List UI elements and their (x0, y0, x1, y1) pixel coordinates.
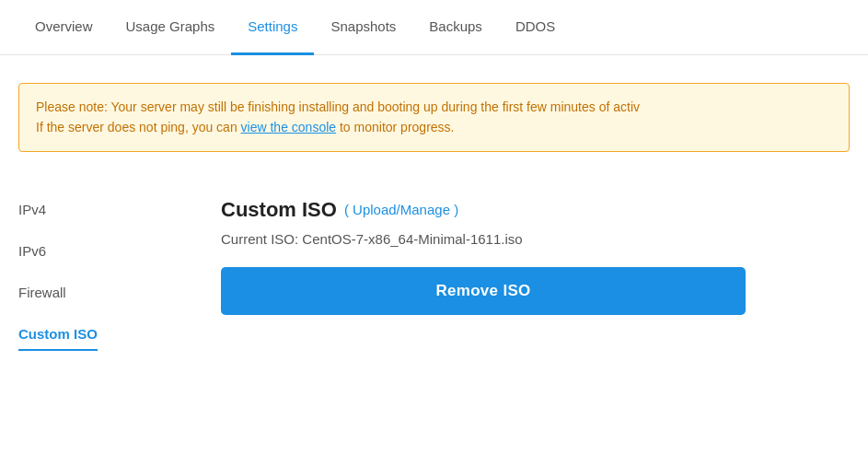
nav-item-ddos[interactable]: DDOS (499, 0, 572, 55)
sidebar-item-custom-iso[interactable]: Custom ISO (18, 313, 98, 351)
view-console-link[interactable]: view the console (241, 120, 337, 134)
sidebar-item-ipv6[interactable]: IPv6 (18, 230, 184, 272)
remove-iso-button[interactable]: Remove ISO (221, 267, 746, 315)
notice-line2-prefix: If the server does not ping, you can (36, 120, 241, 134)
sidebar-item-firewall[interactable]: Firewall (18, 272, 184, 313)
main-panel: Custom ISO ( Upload/Manage ) Current ISO… (184, 180, 868, 351)
sidebar: IPv4 IPv6 Firewall Custom ISO (0, 180, 184, 351)
nav-item-snapshots[interactable]: Snapshots (314, 0, 412, 55)
nav-item-overview[interactable]: Overview (18, 0, 110, 55)
notice-line2-suffix: to monitor progress. (336, 120, 454, 134)
section-title-text: Custom ISO (221, 198, 337, 222)
content-row: IPv4 IPv6 Firewall Custom ISO Custom ISO… (0, 170, 868, 351)
section-header: Custom ISO ( Upload/Manage ) (221, 198, 840, 222)
top-navigation: Overview Usage Graphs Settings Snapshots… (0, 0, 868, 55)
notice-line1: Please note: Your server may still be fi… (36, 99, 640, 114)
notice-banner: Please note: Your server may still be fi… (18, 83, 850, 152)
nav-item-usage-graphs[interactable]: Usage Graphs (110, 0, 232, 55)
upload-manage-link[interactable]: ( Upload/Manage ) (344, 202, 458, 217)
current-iso-label: Current ISO: CentOS-7-x86_64-Minimal-161… (221, 231, 840, 247)
sidebar-item-ipv4[interactable]: IPv4 (18, 189, 184, 230)
nav-item-backups[interactable]: Backups (412, 0, 499, 55)
page-body: Please note: Your server may still be fi… (0, 55, 868, 351)
nav-item-settings[interactable]: Settings (231, 0, 314, 55)
